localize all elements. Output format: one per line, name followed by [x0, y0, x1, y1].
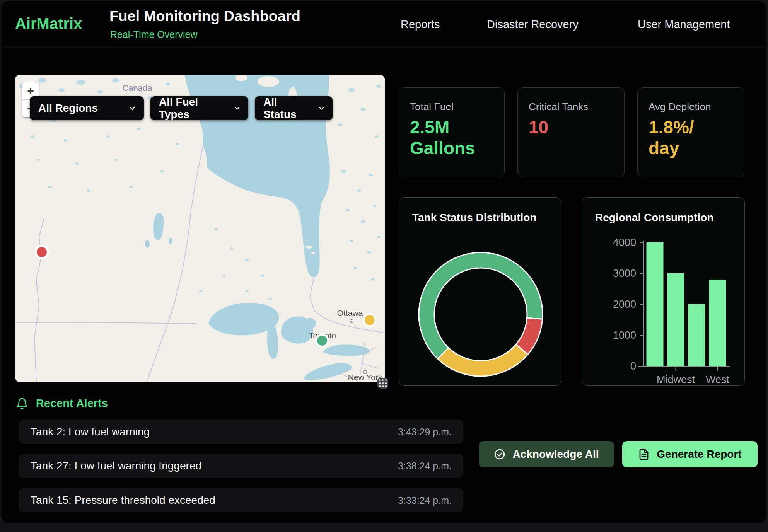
stat-value: 2.5M Gallons: [410, 117, 493, 159]
stat-label: Total Fuel: [410, 101, 493, 113]
bar-1[interactable]: [667, 273, 684, 366]
alert-message: Tank 2: Low fuel warning: [31, 426, 150, 438]
alert-row[interactable]: Tank 15: Pressure threshold exceeded 3:3…: [19, 488, 463, 512]
alerts-header: Recent Alerts: [16, 397, 108, 410]
bell-icon: [16, 397, 28, 410]
alert-timestamp: 3:38:24 p.m.: [398, 460, 452, 472]
stat-card-avg-depletion: Avg Depletion 1.8%/day: [637, 87, 744, 177]
alerts-title: Recent Alerts: [36, 397, 108, 410]
stat-value: 1.8%/day: [649, 117, 700, 159]
nav-disaster-recovery[interactable]: Disaster Recovery: [487, 18, 579, 31]
alert-message: Tank 27: Low fuel warning triggered: [31, 460, 201, 472]
stat-card-critical-tanks: Critical Tanks 10: [517, 87, 625, 177]
brand-logo[interactable]: AirMatrix: [15, 15, 82, 32]
donut-segment-warning[interactable]: [438, 344, 528, 376]
map-panel: Canada Ottawa Toronto New York: [15, 75, 385, 382]
map-town-dot-ottawa-core: [351, 321, 352, 322]
document-icon: [638, 448, 650, 460]
regional-consumption-card: Regional Consumption 01000200030004000Mi…: [582, 197, 745, 386]
map-label-canada: Canada: [122, 83, 152, 93]
page-subtitle: Real-Time Overview: [110, 29, 198, 40]
acknowledge-all-button[interactable]: Acknowledge All: [479, 441, 614, 467]
alert-timestamp: 3:43:29 p.m.: [398, 426, 452, 438]
map-marker-critical[interactable]: [36, 246, 48, 258]
map-marker-warning[interactable]: [364, 314, 376, 326]
status-filter-value: All Status: [263, 96, 309, 121]
chevron-down-icon: [319, 106, 324, 110]
alert-timestamp: 3:33:24 p.m.: [398, 495, 452, 506]
chevron-down-icon: [234, 106, 240, 110]
tank-status-donut: [399, 198, 561, 385]
chevron-down-icon: [129, 106, 135, 110]
tank-status-card: Tank Status Distribution: [399, 197, 561, 386]
nav-user-management[interactable]: User Management: [638, 18, 730, 31]
bar-0[interactable]: [647, 242, 664, 366]
x-axis-tick-label: Midwest: [657, 374, 695, 385]
stat-label: Avg Depletion: [649, 101, 733, 113]
nav-reports[interactable]: Reports: [401, 18, 440, 31]
map-island: [311, 252, 315, 254]
map-drag-handle-icon[interactable]: [377, 378, 388, 389]
status-filter-dropdown[interactable]: All Status: [255, 96, 333, 120]
stat-value: 10: [529, 117, 613, 138]
map-island: [258, 76, 279, 87]
check-circle-icon: [494, 448, 505, 460]
y-axis-tick-label: 0: [630, 360, 636, 372]
map-marker-normal[interactable]: [316, 335, 328, 347]
generate-report-label: Generate Report: [657, 448, 741, 460]
map-canvas[interactable]: Canada Ottawa Toronto New York: [15, 75, 385, 382]
acknowledge-all-label: Acknowledge All: [512, 448, 599, 460]
bar-2[interactable]: [688, 304, 705, 366]
fuel-type-filter-value: All Fuel Types: [159, 96, 224, 121]
y-axis-tick-label: 4000: [613, 237, 636, 248]
bar-3[interactable]: [709, 280, 726, 366]
stat-card-total-fuel: Total Fuel 2.5M Gallons: [399, 87, 505, 177]
stat-label: Critical Tanks: [529, 101, 613, 113]
y-axis-tick-label: 2000: [613, 298, 636, 310]
dashboard-root: AirMatrix Fuel Monitoring Dashboard Real…: [2, 1, 766, 523]
y-axis-tick-label: 1000: [613, 329, 636, 341]
regional-consumption-chart: 01000200030004000MidwestWest: [582, 198, 745, 385]
map-filters: All Regions All Fuel Types All Status: [30, 96, 333, 120]
fuel-type-filter-dropdown[interactable]: All Fuel Types: [150, 96, 248, 120]
alert-message: Tank 15: Pressure threshold exceeded: [31, 494, 215, 506]
region-filter-value: All Regions: [38, 102, 98, 114]
map-island: [305, 246, 312, 249]
map-label-ottawa: Ottawa: [337, 309, 363, 317]
alert-row[interactable]: Tank 27: Low fuel warning triggered 3:38…: [19, 454, 463, 478]
generate-report-button[interactable]: Generate Report: [622, 441, 758, 467]
x-axis-tick-label: West: [706, 374, 730, 385]
alert-row[interactable]: Tank 2: Low fuel warning 3:43:29 p.m.: [19, 420, 463, 444]
page-title: Fuel Monitoring Dashboard: [109, 8, 300, 25]
header: AirMatrix Fuel Monitoring Dashboard Real…: [2, 1, 766, 48]
y-axis-tick-label: 3000: [613, 268, 636, 279]
region-filter-dropdown[interactable]: All Regions: [30, 96, 144, 120]
